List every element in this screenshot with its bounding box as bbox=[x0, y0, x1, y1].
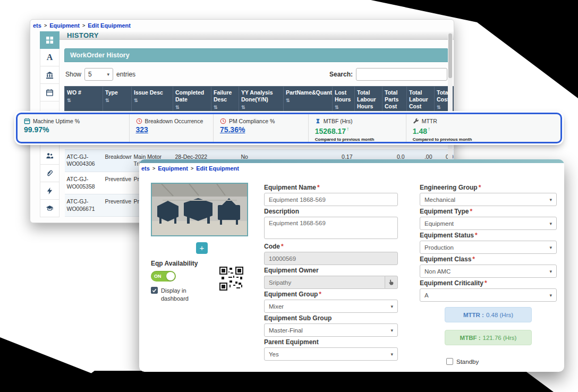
chevron-down-icon: ▾ bbox=[390, 328, 393, 333]
field-equipment-type: Equipment Type* Equipment ▾ bbox=[420, 208, 557, 230]
qr-code bbox=[219, 267, 243, 291]
standby-label: Standby bbox=[456, 359, 479, 365]
breadcrumb-separator-icon: > bbox=[191, 166, 193, 171]
sort-icon: ⇅ bbox=[286, 98, 330, 104]
required-marker: * bbox=[470, 208, 472, 215]
field-equipment-owner: Equipment Owner bbox=[264, 267, 398, 289]
chevron-down-icon: ▾ bbox=[549, 245, 552, 250]
wrench-icon bbox=[413, 118, 419, 124]
selected-value: A bbox=[424, 292, 429, 299]
kpi-value: 15268.17↑ bbox=[315, 126, 400, 135]
standby-option[interactable]: Standby bbox=[446, 358, 557, 365]
breadcrumb-link[interactable]: ets bbox=[33, 22, 41, 29]
uptime-calendar-icon bbox=[24, 118, 30, 124]
graduation-cap-icon bbox=[46, 204, 54, 212]
sort-icon: ⇅ bbox=[214, 105, 236, 110]
equipment-photo bbox=[151, 183, 248, 236]
field-code: Code* bbox=[264, 243, 398, 265]
sort-icon: ⇅ bbox=[175, 105, 209, 110]
equipment-name-input[interactable] bbox=[264, 193, 398, 206]
page-size-select[interactable]: 5 ▾ bbox=[84, 68, 113, 81]
required-marker: * bbox=[484, 279, 487, 287]
code-label: Code* bbox=[264, 243, 398, 250]
paperclip-icon bbox=[46, 169, 54, 177]
selected-value: Mixer bbox=[269, 303, 284, 310]
code-input bbox=[264, 252, 398, 265]
description-label: Description bbox=[264, 208, 398, 215]
sidebar-item-dashboard[interactable] bbox=[40, 31, 60, 49]
description-textarea[interactable]: Equipment 1868-569 bbox=[264, 217, 398, 239]
breadcrumb-link[interactable]: Equipment bbox=[49, 22, 80, 29]
check-icon bbox=[152, 288, 157, 293]
engineering-group-select[interactable]: Mechanical ▾ bbox=[420, 193, 557, 206]
kpi-value: 99.97% bbox=[24, 126, 123, 134]
equipment-owner-input[interactable] bbox=[264, 276, 385, 289]
kpi-value-link[interactable]: 323 bbox=[136, 126, 207, 134]
required-marker: * bbox=[317, 184, 320, 191]
chevron-down-icon: ▾ bbox=[549, 197, 552, 202]
lightning-icon bbox=[46, 187, 54, 195]
field-engineering-group: Engineering Group* Mechanical ▾ bbox=[420, 184, 557, 206]
trend-up-icon: ↑ bbox=[346, 126, 349, 132]
field-equipment-sub-group: Equipment Sub Group Master-Final ▾ bbox=[264, 314, 398, 337]
display-checkbox[interactable] bbox=[151, 287, 158, 294]
sidebar-item-calendar[interactable] bbox=[40, 84, 60, 101]
letter-a-icon: A bbox=[47, 53, 53, 62]
sort-icon: ⇅ bbox=[105, 98, 129, 104]
kpi-pm-compliance: PM Compliance % 75.36% bbox=[213, 114, 308, 142]
sidebar-item-energy[interactable] bbox=[40, 182, 60, 200]
sidebar-item-training[interactable] bbox=[40, 200, 60, 217]
breadcrumb: ets > Equipment > Edit Equipment bbox=[139, 163, 564, 174]
display-checkbox-label: Display in dashboard bbox=[161, 287, 197, 303]
kpi-machine-uptime: Machine Uptime % 99.97% bbox=[18, 114, 129, 142]
parent-equipment-label: Parent Equipment bbox=[264, 338, 398, 346]
clock-icon bbox=[136, 118, 142, 124]
breadcrumb-link[interactable]: Edit Equipment bbox=[196, 165, 239, 172]
equipment-sub-group-select[interactable]: Master-Final ▾ bbox=[264, 323, 398, 337]
edit-equipment-window: ets > Equipment > Edit Equipment bbox=[139, 159, 564, 372]
parent-equipment-select[interactable]: Yes ▾ bbox=[264, 347, 398, 361]
stage: ets > Equipment > Edit Equipment A bbox=[0, 0, 578, 392]
breadcrumb-link[interactable]: Edit Equipment bbox=[88, 22, 131, 29]
scrollbar-thumb[interactable] bbox=[448, 33, 452, 78]
search-label: Search: bbox=[329, 71, 353, 78]
calendar-icon bbox=[46, 89, 54, 97]
equipment-group-label: Equipment Group* bbox=[264, 291, 398, 298]
sidebar-item-assets[interactable]: A bbox=[40, 49, 60, 66]
equipment-criticality-select[interactable]: A ▾ bbox=[420, 288, 557, 302]
section-title: HISTORY bbox=[60, 31, 454, 40]
display-in-dashboard-option[interactable]: Display in dashboard bbox=[151, 287, 197, 303]
owner-picker-button[interactable] bbox=[385, 276, 398, 289]
equipment-owner-label: Equipment Owner bbox=[264, 267, 398, 274]
sidebar-item-people[interactable] bbox=[40, 147, 60, 165]
equipment-type-select[interactable]: Equipment ▾ bbox=[420, 217, 557, 230]
equipment-name-label: Equipment Name* bbox=[264, 184, 398, 191]
breadcrumb-link[interactable]: ets bbox=[141, 165, 150, 172]
mttr-box: MTTR : 0.48 (Hrs) bbox=[445, 307, 532, 322]
equipment-status-select[interactable]: Production ▾ bbox=[420, 241, 557, 254]
breadcrumb-separator-icon: > bbox=[82, 23, 85, 28]
equipment-class-select[interactable]: Non AMC ▾ bbox=[420, 265, 557, 278]
field-equipment-class: Equipment Class* Non AMC ▾ bbox=[420, 255, 557, 278]
equipment-group-select[interactable]: Mixer ▾ bbox=[264, 300, 398, 313]
breadcrumb-separator-icon: > bbox=[152, 166, 155, 171]
people-icon bbox=[46, 152, 54, 160]
equipment-type-label: Equipment Type* bbox=[420, 208, 557, 215]
field-parent-equipment: Parent Equipment Yes ▾ bbox=[264, 338, 398, 361]
add-image-button[interactable]: + bbox=[196, 242, 208, 254]
sort-icon: ⇅ bbox=[241, 105, 281, 110]
engineering-group-label: Engineering Group* bbox=[420, 184, 557, 191]
availability-toggle[interactable]: ON bbox=[151, 271, 176, 282]
breadcrumb-separator-icon: > bbox=[44, 23, 47, 28]
sort-icon: ⇅ bbox=[67, 98, 100, 104]
chevron-down-icon: ▾ bbox=[107, 72, 110, 77]
breadcrumb: ets > Equipment > Edit Equipment bbox=[30, 20, 454, 31]
search-input[interactable] bbox=[356, 68, 447, 81]
hourglass-icon bbox=[315, 118, 321, 124]
standby-checkbox[interactable] bbox=[446, 358, 453, 365]
window-top-strip bbox=[139, 159, 564, 163]
kpi-value-link[interactable]: 75.36% bbox=[220, 126, 302, 134]
sidebar-item-facility[interactable] bbox=[40, 66, 60, 84]
sidebar-item-attachments[interactable] bbox=[40, 165, 60, 182]
breadcrumb-link[interactable]: Equipment bbox=[158, 165, 188, 172]
